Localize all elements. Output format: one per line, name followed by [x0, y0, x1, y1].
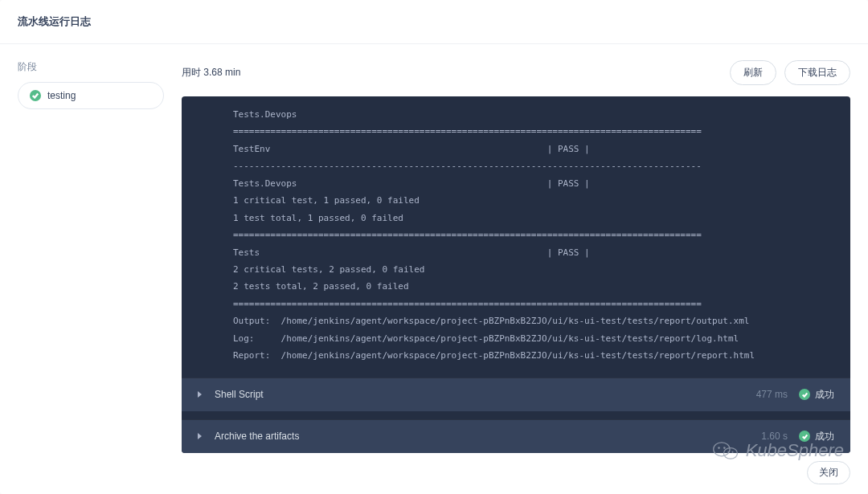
- close-button[interactable]: 关闭: [807, 461, 850, 484]
- svg-point-2: [718, 447, 720, 449]
- download-log-button[interactable]: 下载日志: [784, 60, 850, 85]
- stages-label: 阶段: [18, 60, 164, 74]
- main-header: 用时 3.68 min 刷新 下载日志: [182, 60, 850, 85]
- main-content: 用时 3.68 min 刷新 下载日志 Tests.Devops =======…: [182, 60, 850, 453]
- svg-point-5: [731, 451, 733, 453]
- modal-body: 阶段 testing 用时 3.68 min 刷新 下载日志 Tests.Dev…: [0, 44, 868, 453]
- header-actions: 刷新 下载日志: [730, 60, 850, 85]
- step-status-text: 成功: [815, 388, 834, 402]
- chevron-right-icon: [198, 433, 202, 439]
- wechat-icon: [712, 439, 739, 462]
- modal-header: 流水线运行日志: [0, 0, 868, 44]
- step-duration: 477 ms: [756, 389, 788, 400]
- duration-text: 用时 3.68 min: [182, 66, 240, 80]
- svg-point-3: [723, 447, 726, 449]
- modal-title: 流水线运行日志: [18, 14, 850, 29]
- stage-name: testing: [47, 90, 76, 101]
- watermark-text: KubeSphere: [746, 440, 844, 461]
- spacer: [182, 411, 850, 419]
- chevron-right-icon: [198, 391, 202, 398]
- stage-pill-testing[interactable]: testing: [18, 82, 164, 109]
- svg-point-1: [723, 448, 737, 459]
- stages-sidebar: 阶段 testing: [18, 60, 164, 453]
- log-panel: Tests.Devops ===========================…: [182, 96, 850, 453]
- step-name: Archive the artifacts: [215, 431, 761, 442]
- step-status: 成功: [799, 388, 834, 402]
- svg-point-0: [713, 443, 729, 456]
- pipeline-log-modal: 流水线运行日志 阶段 testing 用时 3.68 min 刷新 下载日志: [0, 0, 868, 494]
- step-row-shell-script[interactable]: Shell Script 477 ms 成功: [182, 378, 850, 411]
- log-output[interactable]: Tests.Devops ===========================…: [182, 96, 850, 378]
- success-icon: [30, 90, 41, 101]
- refresh-button[interactable]: 刷新: [730, 60, 776, 85]
- modal-footer: 关闭: [807, 461, 850, 484]
- success-icon: [799, 389, 810, 400]
- svg-point-4: [727, 451, 729, 453]
- watermark: KubeSphere: [712, 439, 844, 462]
- step-name: Shell Script: [215, 389, 756, 400]
